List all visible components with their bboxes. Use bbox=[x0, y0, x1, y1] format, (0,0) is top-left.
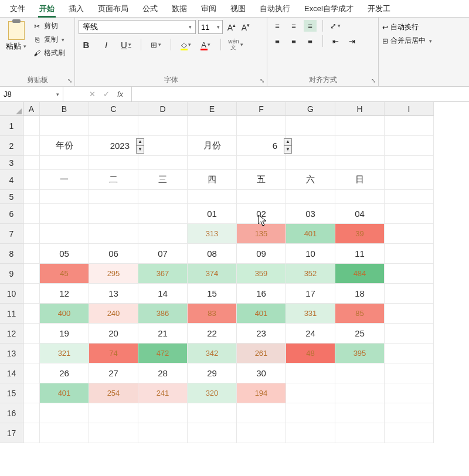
cell[interactable] bbox=[385, 344, 434, 363]
cell[interactable] bbox=[23, 324, 40, 344]
cells-area[interactable]: 年份2023▲▼月份6▲▼一二三四五六日01020304313135401390… bbox=[23, 116, 434, 443]
cell[interactable]: ▲▼ bbox=[138, 136, 188, 156]
indent-inc-button[interactable]: ⇥ bbox=[345, 35, 358, 47]
wrap-text-button[interactable]: ↩自动换行 bbox=[382, 22, 465, 32]
cell[interactable]: 74 bbox=[89, 344, 138, 363]
cell[interactable]: 22 bbox=[188, 324, 237, 344]
cell[interactable]: 16 bbox=[237, 284, 286, 304]
cell[interactable]: 331 bbox=[286, 304, 335, 324]
cell[interactable] bbox=[23, 224, 40, 244]
col-header-D[interactable]: D bbox=[138, 102, 188, 116]
cell[interactable]: 04 bbox=[335, 204, 385, 224]
align-mid-button[interactable]: ≡ bbox=[287, 20, 300, 32]
cell[interactable] bbox=[23, 363, 40, 383]
cell[interactable]: 374 bbox=[188, 264, 237, 284]
chevron-down-icon[interactable]: ▾ bbox=[23, 43, 26, 49]
tab-view[interactable]: 视图 bbox=[223, 1, 253, 17]
cell[interactable] bbox=[23, 344, 40, 363]
select-all-corner[interactable] bbox=[0, 102, 23, 116]
cell[interactable] bbox=[40, 190, 89, 204]
phonetic-button[interactable]: wén文▾ bbox=[228, 38, 243, 52]
enter-button[interactable]: ✓ bbox=[101, 90, 111, 98]
paste-button[interactable]: 粘贴▾ bbox=[4, 20, 29, 59]
col-header-B[interactable]: B bbox=[40, 102, 89, 116]
cell[interactable] bbox=[385, 284, 434, 304]
cell[interactable]: 09 bbox=[237, 244, 286, 264]
cell[interactable]: 48 bbox=[286, 344, 335, 363]
cell[interactable] bbox=[23, 383, 40, 403]
cell[interactable] bbox=[23, 423, 40, 443]
cut-button[interactable]: ✂剪切 bbox=[31, 20, 66, 32]
cell[interactable]: 472 bbox=[138, 344, 188, 363]
cell[interactable] bbox=[385, 224, 434, 244]
cell[interactable] bbox=[23, 116, 40, 136]
shrink-font-button[interactable]: A▾ bbox=[239, 21, 252, 33]
row-header-13[interactable]: 13 bbox=[0, 344, 23, 363]
cell[interactable] bbox=[385, 190, 434, 204]
cell[interactable] bbox=[385, 383, 434, 403]
cell[interactable]: 359 bbox=[237, 264, 286, 284]
cell[interactable] bbox=[40, 423, 89, 443]
cell[interactable]: 21 bbox=[138, 324, 188, 344]
align-center-button[interactable]: ≡ bbox=[287, 35, 300, 47]
cell[interactable]: 401 bbox=[237, 304, 286, 324]
cell[interactable]: 45 bbox=[40, 264, 89, 284]
cell[interactable] bbox=[385, 204, 434, 224]
font-size-select[interactable]: 11▾ bbox=[198, 20, 223, 34]
spinner[interactable]: ▲▼ bbox=[284, 138, 292, 154]
cell[interactable] bbox=[286, 403, 335, 423]
cell[interactable] bbox=[188, 423, 237, 443]
cell[interactable] bbox=[40, 204, 89, 224]
cell[interactable] bbox=[23, 264, 40, 284]
cell[interactable]: 10 bbox=[286, 244, 335, 264]
cell[interactable] bbox=[138, 403, 188, 423]
cell[interactable]: 135 bbox=[237, 224, 286, 244]
cell[interactable]: 14 bbox=[138, 284, 188, 304]
cell[interactable]: 02 bbox=[237, 204, 286, 224]
cell[interactable]: 28 bbox=[138, 363, 188, 383]
cell[interactable] bbox=[40, 224, 89, 244]
cell[interactable]: ▲▼ bbox=[286, 136, 335, 156]
row-header-11[interactable]: 11 bbox=[0, 304, 23, 324]
cell[interactable] bbox=[385, 264, 434, 284]
cell[interactable] bbox=[335, 190, 385, 204]
cell[interactable] bbox=[237, 403, 286, 423]
cell[interactable]: 06 bbox=[89, 244, 138, 264]
cell[interactable]: 17 bbox=[286, 284, 335, 304]
row-header-9[interactable]: 9 bbox=[0, 264, 23, 284]
cell[interactable]: 03 bbox=[286, 204, 335, 224]
cell[interactable] bbox=[23, 204, 40, 224]
cancel-button[interactable]: ✕ bbox=[87, 90, 97, 98]
cell[interactable] bbox=[40, 403, 89, 423]
cell[interactable] bbox=[188, 156, 237, 170]
cell[interactable] bbox=[335, 116, 385, 136]
row-header-16[interactable]: 16 bbox=[0, 403, 23, 423]
cell[interactable]: 月份 bbox=[188, 136, 237, 156]
row-header-2[interactable]: 2 bbox=[0, 136, 23, 156]
col-header-E[interactable]: E bbox=[188, 102, 237, 116]
cell[interactable] bbox=[385, 363, 434, 383]
tab-review[interactable]: 审阅 bbox=[194, 1, 223, 17]
cell[interactable] bbox=[138, 423, 188, 443]
tab-auto[interactable]: 自动执行 bbox=[253, 1, 297, 17]
cell[interactable] bbox=[188, 403, 237, 423]
tab-insert[interactable]: 插入 bbox=[62, 1, 91, 17]
cell[interactable] bbox=[385, 423, 434, 443]
cell[interactable] bbox=[237, 156, 286, 170]
row-header-17[interactable]: 17 bbox=[0, 423, 23, 443]
cell[interactable]: 11 bbox=[335, 244, 385, 264]
cell[interactable] bbox=[23, 304, 40, 324]
cell[interactable] bbox=[89, 204, 138, 224]
cell[interactable]: 6 bbox=[237, 136, 286, 156]
tab-layout[interactable]: 页面布局 bbox=[91, 1, 135, 17]
cell[interactable]: 29 bbox=[188, 363, 237, 383]
cell[interactable]: 18 bbox=[335, 284, 385, 304]
spinner-up[interactable]: ▲ bbox=[284, 139, 291, 146]
col-header-A[interactable]: A bbox=[23, 102, 40, 116]
cell[interactable]: 254 bbox=[89, 383, 138, 403]
cell[interactable]: 20 bbox=[89, 324, 138, 344]
cell[interactable]: 401 bbox=[40, 383, 89, 403]
row-header-15[interactable]: 15 bbox=[0, 383, 23, 403]
cell[interactable] bbox=[286, 423, 335, 443]
cell[interactable]: 395 bbox=[335, 344, 385, 363]
